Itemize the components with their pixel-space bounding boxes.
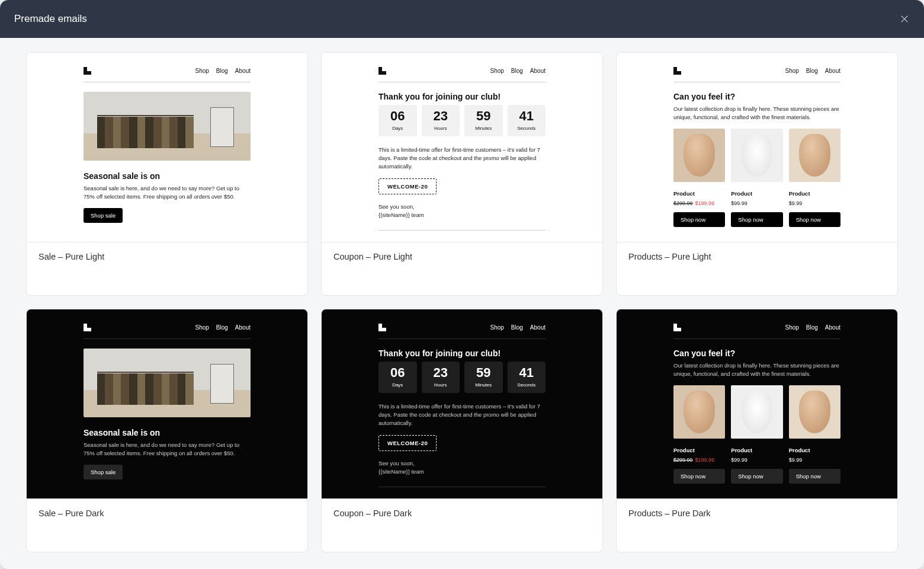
template-grid: Shop Blog About Seasonal sale is on Seas…	[0, 38, 924, 569]
signoff-team: {{siteName}} team	[378, 468, 424, 475]
countdown: 06Days 23Hours 59Minutes 41Seconds	[378, 362, 546, 393]
hero-image	[84, 349, 251, 417]
divider	[378, 230, 546, 231]
hero-image	[84, 92, 251, 161]
product-cta: Shop now	[731, 212, 782, 227]
product-title: Product	[731, 190, 782, 197]
preview-body: Seasonal sale is here, and do we need to…	[84, 184, 251, 201]
close-icon	[899, 14, 910, 24]
logo-icon	[84, 67, 91, 75]
nav-link: Blog	[511, 324, 523, 331]
nav-link: Blog	[216, 68, 228, 74]
product-item: Product $9.99 Shop now	[789, 385, 840, 484]
preview-cta: Shop sale	[84, 465, 123, 480]
preview-heading: Seasonal sale is on	[84, 171, 251, 181]
preview-heading: Can you feel it?	[673, 349, 840, 358]
price-new: $199.99	[695, 200, 715, 206]
nav-link: Blog	[216, 324, 228, 331]
template-card-coupon-dark[interactable]: Shop Blog About Thank you for joining ou…	[321, 309, 603, 552]
product-image	[673, 129, 725, 182]
divider	[84, 338, 251, 339]
preview-nav: Shop Blog About	[84, 67, 251, 75]
logo-icon	[378, 324, 386, 331]
template-caption: Products – Pure Light	[617, 242, 897, 271]
template-thumbnail: Shop Blog About Thank you for joining ou…	[322, 309, 602, 499]
product-image	[731, 129, 782, 182]
product-image	[731, 385, 782, 439]
countdown-minutes: 59	[464, 110, 503, 123]
price: $9.99	[789, 457, 840, 463]
countdown-seconds: 41	[508, 366, 546, 379]
preview-body: This is a limited-time offer for first-t…	[378, 146, 546, 170]
preview-heading: Seasonal sale is on	[84, 428, 251, 437]
template-card-products-dark[interactable]: Shop Blog About Can you feel it? Our lat…	[616, 309, 898, 552]
preview-nav: Shop Blog About	[378, 67, 546, 75]
preview-nav: Shop Blog About	[673, 67, 840, 75]
signoff-team: {{siteName}} team	[378, 212, 424, 218]
nav-link: Blog	[511, 68, 523, 74]
template-thumbnail: Shop Blog About Can you feel it? Our lat…	[617, 53, 897, 242]
product-row: Product $299.99$199.99 Shop now Product …	[673, 129, 840, 227]
template-thumbnail: Shop Blog About Thank you for joining ou…	[322, 53, 602, 242]
product-cta: Shop now	[673, 469, 725, 484]
product-row: Product $299.99$199.99 Shop now Product …	[673, 385, 840, 484]
price: $99.99	[731, 457, 782, 463]
logo-icon	[84, 324, 91, 331]
preview-heading: Can you feel it?	[673, 92, 840, 101]
template-card-coupon-light[interactable]: Shop Blog About Thank you for joining ou…	[321, 52, 603, 296]
price: $9.99	[789, 200, 840, 206]
product-cta: Shop now	[789, 469, 840, 484]
countdown-hours: 23	[422, 110, 460, 123]
product-cta: Shop now	[731, 469, 782, 484]
dialog-header: Premade emails	[0, 0, 924, 38]
divider	[378, 487, 546, 487]
signoff: See you soon,	[378, 203, 415, 210]
product-title: Product	[673, 190, 725, 197]
countdown-seconds: 41	[508, 110, 546, 123]
template-thumbnail: Shop Blog About Can you feel it? Our lat…	[617, 309, 897, 499]
product-title: Product	[731, 447, 782, 453]
template-caption: Coupon – Pure Light	[322, 242, 602, 271]
countdown: 06Days 23Hours 59Minutes 41Seconds	[378, 105, 546, 136]
close-button[interactable]	[899, 14, 910, 24]
nav-link: Shop	[490, 324, 503, 331]
nav-link: Shop	[785, 68, 798, 74]
price: $99.99	[731, 200, 782, 206]
dialog-title: Premade emails	[14, 13, 87, 25]
product-item: Product $299.99$199.99 Shop now	[673, 129, 725, 227]
nav-link: About	[825, 68, 840, 74]
product-item: Product $9.99 Shop now	[789, 129, 840, 227]
countdown-days: 06	[378, 366, 417, 379]
nav-link: About	[235, 68, 251, 74]
template-caption: Products – Pure Dark	[617, 499, 897, 528]
product-item: Product $99.99 Shop now	[731, 385, 782, 484]
preview-nav: Shop Blog About	[673, 324, 840, 331]
product-image	[789, 129, 840, 182]
template-caption: Sale – Pure Light	[27, 242, 307, 271]
coupon-code: WELCOME-20	[378, 435, 437, 451]
logo-icon	[673, 67, 681, 75]
product-title: Product	[673, 447, 725, 453]
divider	[84, 82, 251, 82]
signoff: See you soon,	[378, 460, 415, 466]
nav-link: About	[530, 68, 546, 74]
preview-heading: Thank you for joining our club!	[378, 92, 546, 101]
template-caption: Coupon – Pure Dark	[322, 499, 602, 528]
template-thumbnail: Shop Blog About Seasonal sale is on Seas…	[27, 309, 307, 499]
nav-link: Shop	[785, 324, 798, 331]
nav-link: Blog	[806, 68, 818, 74]
product-item: Product $299.99$199.99 Shop now	[673, 385, 725, 484]
preview-body: Our latest collection drop is finally he…	[673, 362, 840, 378]
nav-link: Shop	[490, 68, 503, 74]
nav-link: About	[825, 324, 840, 331]
template-card-sale-light[interactable]: Shop Blog About Seasonal sale is on Seas…	[26, 52, 308, 296]
countdown-days: 06	[378, 110, 417, 123]
divider	[673, 338, 840, 339]
template-caption: Sale – Pure Dark	[27, 499, 307, 528]
template-card-sale-dark[interactable]: Shop Blog About Seasonal sale is on Seas…	[26, 309, 308, 552]
template-card-products-light[interactable]: Shop Blog About Can you feel it? Our lat…	[616, 52, 898, 296]
nav-link: Blog	[806, 324, 818, 331]
preview-cta: Shop sale	[84, 208, 123, 223]
logo-icon	[673, 324, 681, 331]
price-new: $199.99	[695, 457, 715, 463]
